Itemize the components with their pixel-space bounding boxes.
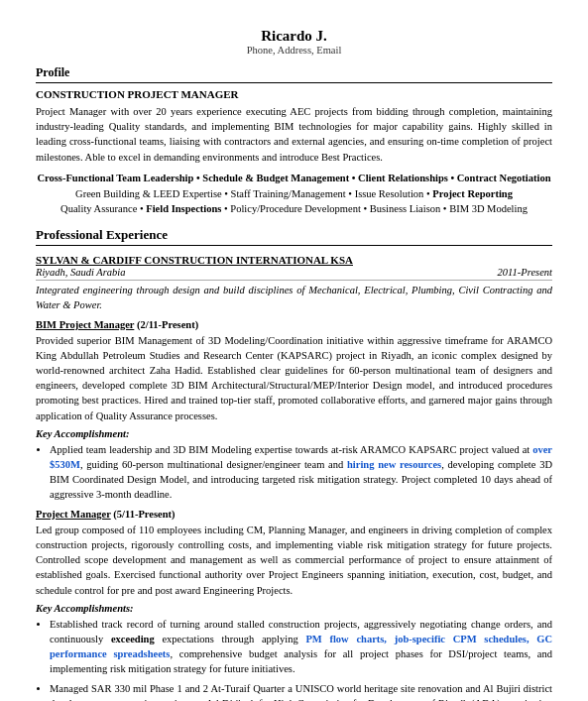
role-pm-title: Project Manager (5/11-Present) <box>36 509 552 520</box>
pm-bullets: Established track record of turning arou… <box>36 617 552 701</box>
job-title: CONSTRUCTION PROJECT MANAGER <box>36 88 552 100</box>
highlight-over530m: over $530M <box>50 444 552 470</box>
highlight-exceeding: exceeding <box>111 634 155 644</box>
skills-line1: Cross-Functional Team Leadership • Sched… <box>37 173 550 183</box>
role-project-manager: Project Manager (5/11-Present) Led group… <box>36 509 552 701</box>
role-bim-pm-description: Provided superior BIM Management of 3D M… <box>36 333 552 423</box>
profile-section: Profile CONSTRUCTION PROJECT MANAGER Pro… <box>36 65 552 217</box>
project-reporting-skill: Project Reporting <box>432 188 513 199</box>
profile-summary: Project Manager with over 20 years exper… <box>36 104 552 165</box>
bullet-item-1: Established track record of turning arou… <box>50 617 552 677</box>
field-inspections-skill: Field Inspections <box>146 203 221 214</box>
role-bim-pm: BIM Project Manager (2/11-Present) Provi… <box>36 319 552 503</box>
profile-section-title: Profile <box>36 65 552 83</box>
highlight-hiring: hiring new resources <box>347 459 441 470</box>
company-dates: 2011-Present <box>498 267 552 278</box>
company-name: SYLVAN & CARDIFF CONSTRUCTION INTERNATIO… <box>36 254 552 266</box>
company-block: SYLVAN & CARDIFF CONSTRUCTION INTERNATIO… <box>36 254 552 701</box>
skills-line3: Quality Assurance • Field Inspections • … <box>60 203 528 214</box>
role-bim-pm-title: BIM Project Manager (2/11-Present) <box>36 319 552 330</box>
company-location: Riyadh, Saudi Arabia <box>36 267 126 278</box>
professional-experience-section: Professional Experience SYLVAN & CARDIFF… <box>36 227 552 701</box>
bim-bullets: Applied team leadership and 3D BIM Model… <box>36 442 552 503</box>
professional-experience-title: Professional Experience <box>36 227 552 246</box>
contact-info: Phone, Address, Email <box>36 45 552 56</box>
skills-list: Cross-Functional Team Leadership • Sched… <box>36 171 552 217</box>
role-pm-dates: (5/11-Present) <box>113 509 175 520</box>
pm-key-acc-title: Key Accomplishments: <box>36 603 552 614</box>
company-location-row: Riyadh, Saudi Arabia 2011-Present <box>36 267 552 281</box>
candidate-name: Ricardo J. <box>36 28 552 45</box>
company-description: Integrated engineering through design an… <box>36 284 552 312</box>
bullet-item-2: Managed SAR 330 mil Phase 1 and 2 At-Tur… <box>50 681 552 701</box>
bullet-item: Applied team leadership and 3D BIM Model… <box>50 442 552 503</box>
bim-key-acc-title: Key Accomplishment: <box>36 428 552 439</box>
skills-line2: Green Building & LEED Expertise • Staff … <box>75 188 513 199</box>
role-pm-description: Led group composed of 110 employees incl… <box>36 523 552 598</box>
resume-header: Ricardo J. Phone, Address, Email <box>36 28 552 56</box>
role-bim-pm-dates: (2/11-Present) <box>137 319 198 330</box>
